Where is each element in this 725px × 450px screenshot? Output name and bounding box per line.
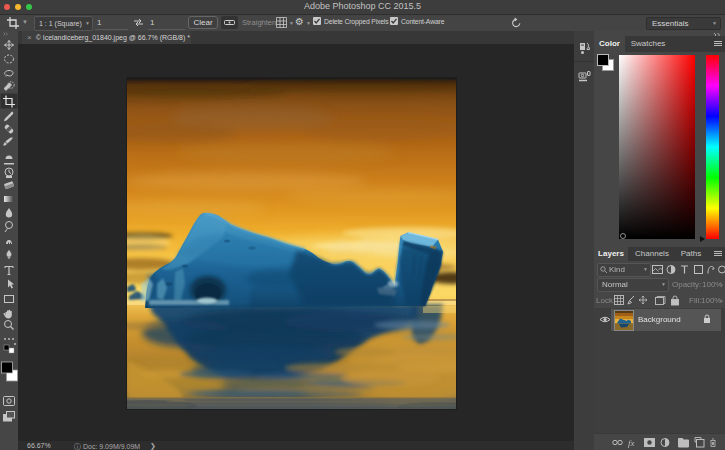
svg-text:fx: fx bbox=[628, 438, 635, 448]
